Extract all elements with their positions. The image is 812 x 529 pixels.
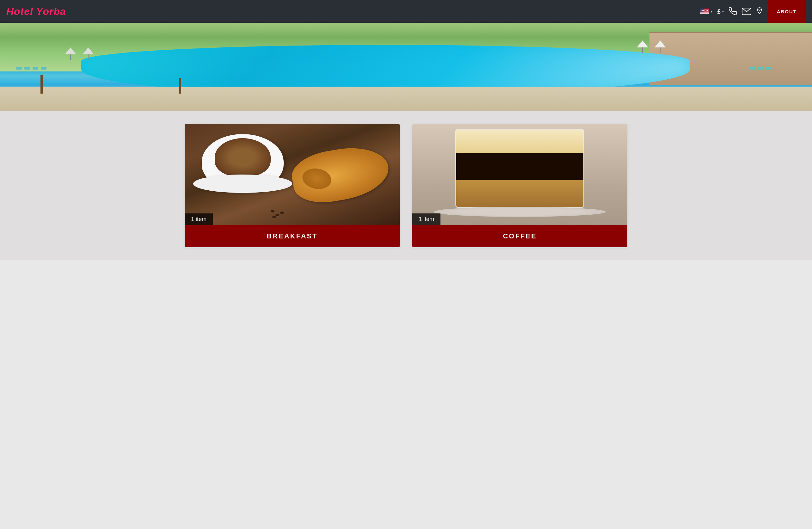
currency-symbol: £ [717,8,721,15]
coffee-bean [280,211,284,214]
lounge-chair [16,67,22,70]
language-selector[interactable]: ★★★★★★ ▾ [700,9,712,14]
main-content: 1 item BREAKFAST 1 item COFFEE [0,111,812,260]
coffee-bean [272,216,276,218]
svg-text:★★★★★★: ★★★★★★ [700,10,708,11]
breakfast-image [185,124,400,225]
svg-point-16 [758,9,760,11]
lounge-chair [766,67,771,70]
umbrella-row-right [637,41,666,53]
umbrella-row-top [65,47,94,60]
coffee-button[interactable]: COFFEE [412,225,627,247]
coffee-bean [275,214,279,216]
lounge-chair [758,67,763,70]
lounge-chair [32,67,38,70]
lounge-chair [749,67,755,70]
coffee-cup-inner [215,138,271,177]
currency-selector[interactable]: £ ▾ [717,8,724,15]
svg-rect-10 [700,13,709,13]
lounge-chair [41,67,46,70]
umbrella-item [654,41,666,53]
location-icon [756,7,763,16]
lounge-chair [24,67,30,70]
coffee-bean [271,210,274,212]
mail-button[interactable] [742,8,751,15]
svg-rect-11 [700,13,709,14]
coffee-badge: 1 item [412,214,440,225]
bottom-layer [456,180,583,207]
breakfast-button[interactable]: BREAKFAST [185,225,400,247]
umbrella-item [637,41,648,53]
foam-layer [456,130,583,153]
breakfast-card: 1 item BREAKFAST [185,124,400,247]
svg-rect-7 [700,12,709,12]
mail-icon [742,8,751,15]
pool-scene [0,23,812,111]
croissant-image [288,141,392,208]
coffee-card: 1 item COFFEE [412,124,627,247]
breakfast-image-wrap: 1 item [185,124,400,225]
umbrella-item [83,47,94,60]
hero-banner [0,23,812,111]
phone-button[interactable] [729,7,737,15]
glass-saucer [434,207,606,217]
palm-tree-left [41,75,43,93]
chair-row-left [16,67,46,70]
umbrella-item [65,47,76,60]
phone-icon [729,7,737,15]
svg-rect-8 [700,12,709,12]
palm-tree-mid [179,78,181,93]
coffee-image [412,124,627,225]
pool-deck [0,87,812,111]
cards-grid: 1 item BREAKFAST 1 item COFFEE [185,124,627,247]
about-button[interactable]: ABOUT [768,0,806,23]
logo: Hotel Yorba [6,6,66,17]
breakfast-badge: 1 item [185,214,213,225]
svg-rect-9 [700,12,709,13]
location-button[interactable] [756,7,763,16]
header: Hotel Yorba ★★★★★★ ▾ [0,0,812,23]
coffee-image-wrap: 1 item [412,124,627,225]
chair-row-right [749,67,771,70]
us-flag-icon: ★★★★★★ [700,9,709,14]
svg-rect-12 [700,14,709,14]
espresso-layer [456,153,583,180]
header-controls: ★★★★★★ ▾ £ ▾ A [700,0,806,23]
language-chevron: ▾ [711,10,712,13]
currency-chevron: ▾ [722,10,724,13]
espresso-glass [455,129,584,208]
